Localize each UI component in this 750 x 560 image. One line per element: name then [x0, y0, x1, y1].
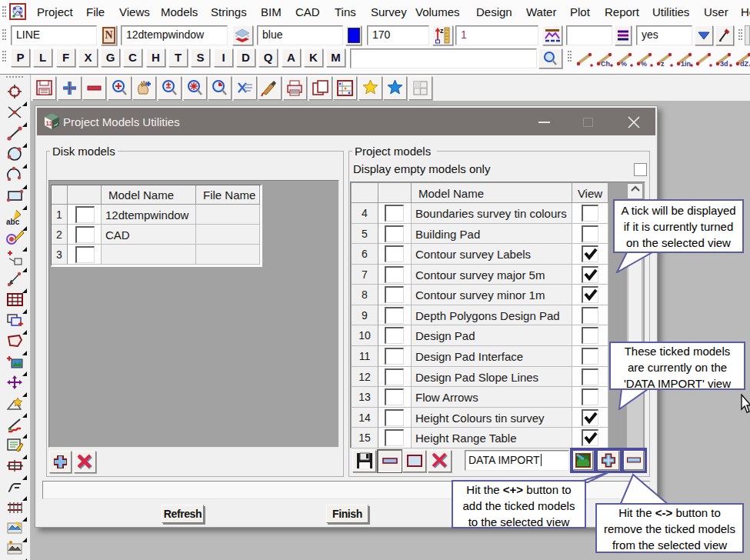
svg-text:%: % [621, 60, 627, 68]
svg-text:Ch: Ch [601, 60, 610, 68]
svg-text:z: z [440, 27, 444, 35]
svg-text:z: z [661, 60, 665, 68]
svg-text:%: % [641, 60, 647, 68]
svg-text:3d: 3d [720, 60, 728, 68]
svg-text:12: 12 [46, 120, 53, 127]
svg-text:dZ: dZ [740, 60, 748, 68]
svg-text:abc: abc [6, 218, 20, 226]
svg-text:1in: 1in [681, 60, 691, 68]
